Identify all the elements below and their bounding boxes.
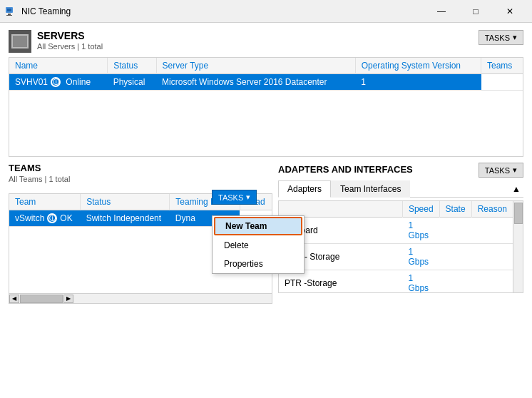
col-state[interactable]: State: [439, 201, 471, 218]
online-indicator: ⓘ: [51, 77, 61, 87]
chevron-down-icon: ▾: [246, 193, 250, 202]
col-speed[interactable]: Speed: [402, 201, 439, 218]
servers-info: SERVERS All Servers | 1 total: [37, 30, 103, 51]
tab-adapters[interactable]: Adapters: [278, 180, 331, 198]
team-name-status: vSwitch ⓘ OK: [15, 213, 73, 223]
scroll-right-button[interactable]: ▶: [63, 295, 73, 303]
minimize-button[interactable]: —: [425, 1, 458, 22]
col-name[interactable]: Name: [9, 58, 108, 74]
teams-panel: TEAMS All Teams | 1 total TASKS ▾ New Te…: [9, 163, 272, 320]
table-row[interactable]: PTR -Storage 1 Gbps: [279, 270, 513, 294]
cell-reason: [471, 270, 513, 294]
sort-indicator: ▲: [512, 180, 523, 197]
servers-icon: [9, 30, 31, 53]
servers-section-header: SERVERS All Servers | 1 total TASKS ▾: [9, 30, 523, 53]
cell-teaming-mode: Switch Independent: [81, 210, 170, 227]
svg-rect-1: [7, 9, 11, 11]
adapters-table-wrapper: Speed State Reason Onboard 1 Gbps: [278, 200, 523, 293]
tasks-dropdown-menu: New Team Delete Properties: [212, 215, 305, 274]
cell-state: [439, 218, 471, 244]
maximize-button[interactable]: □: [459, 1, 492, 22]
window-title: NIC Teaming: [21, 6, 425, 16]
main-content: SERVERS All Servers | 1 total TASKS ▾ Na…: [0, 23, 532, 398]
adapters-table-header: Speed State Reason: [279, 201, 513, 218]
cell-reason: [471, 244, 513, 270]
cell-os-version: Microsoft Windows Server 2016 Datacenter: [156, 74, 355, 91]
adapters-table: Speed State Reason Onboard 1 Gbps: [279, 201, 513, 293]
teams-tasks-button[interactable]: TASKS ▾: [212, 190, 257, 205]
title-bar: NIC Teaming — □ ✕: [0, 0, 532, 23]
cell-state: [439, 270, 471, 294]
scroll-thumb[interactable]: [514, 203, 523, 224]
col-teams[interactable]: Teams: [481, 58, 523, 74]
cell-name: SVHV01 ⓘ Online: [9, 74, 108, 91]
cell-team: vSwitch ⓘ OK: [9, 210, 81, 227]
col-server-type[interactable]: Server Type: [156, 58, 355, 74]
cell-reason: [471, 218, 513, 244]
properties-menu-item[interactable]: Properties: [213, 255, 304, 273]
teams-heading: TEAMS: [9, 163, 70, 173]
col-status[interactable]: Status: [108, 58, 156, 74]
server-name-status: SVHV01 ⓘ Online: [15, 77, 91, 87]
cell-speed: 1 Gbps: [402, 218, 439, 244]
servers-subheading: All Servers | 1 total: [37, 42, 103, 51]
adapters-vertical-scrollbar[interactable]: [513, 201, 523, 292]
adapters-tasks-button[interactable]: TASKS ▾: [479, 163, 523, 178]
teams-tasks-area: TASKS ▾ New Team Delete Properties: [212, 190, 257, 205]
table-row[interactable]: PBR - Storage 1 Gbps: [279, 244, 513, 270]
servers-tasks-button[interactable]: TASKS ▾: [479, 30, 523, 45]
servers-table: Name Status Server Type Operating System…: [9, 58, 523, 91]
scroll-left-button[interactable]: ◀: [9, 295, 19, 303]
scroll-thumb[interactable]: [20, 295, 63, 303]
new-team-menu-item[interactable]: New Team: [214, 217, 302, 235]
servers-heading: SERVERS: [37, 30, 103, 42]
teams-info: TEAMS All Teams | 1 total: [9, 163, 70, 186]
servers-table-header: Name Status Server Type Operating System…: [9, 58, 523, 74]
teams-subheading: All Teams | 1 total: [9, 175, 70, 183]
chevron-down-icon: ▾: [513, 165, 517, 175]
tab-team-interfaces[interactable]: Team Interfaces: [331, 180, 410, 198]
teams-horizontal-scrollbar[interactable]: ◀ ▶: [9, 293, 272, 303]
adapters-panel-header: ADAPTERS AND INTERFACES TASKS ▾: [278, 163, 523, 178]
table-row[interactable]: Onboard 1 Gbps: [279, 218, 513, 244]
col-team[interactable]: Team: [9, 194, 81, 210]
delete-menu-item[interactable]: Delete: [213, 236, 304, 255]
cell-server-type: Physical: [108, 74, 156, 91]
servers-table-wrapper: Name Status Server Type Operating System…: [9, 57, 523, 157]
adapters-heading: ADAPTERS AND INTERFACES: [278, 164, 413, 175]
app-icon: [6, 6, 17, 17]
adapters-panel: ADAPTERS AND INTERFACES TASKS ▾ Adapters…: [278, 163, 523, 320]
close-button[interactable]: ✕: [493, 1, 526, 22]
cell-speed: 1 Gbps: [402, 270, 439, 294]
window-controls: — □ ✕: [425, 1, 526, 22]
ok-indicator: ⓘ: [47, 213, 57, 223]
chevron-down-icon: ▾: [513, 33, 517, 42]
cell-speed: 1 Gbps: [402, 244, 439, 270]
cell-state: [439, 244, 471, 270]
col-team-status[interactable]: Status: [81, 194, 170, 210]
svg-rect-2: [8, 14, 11, 15]
svg-rect-3: [6, 15, 12, 16]
table-row[interactable]: SVHV01 ⓘ Online Physical Microsoft Windo…: [9, 74, 523, 91]
cell-teams: 1: [355, 74, 481, 91]
col-os-version[interactable]: Operating System Version: [355, 58, 481, 74]
adapters-tabs: Adapters Team Interfaces ▲: [278, 180, 523, 198]
teams-panel-header: TEAMS All Teams | 1 total: [9, 163, 272, 186]
bottom-panels: TEAMS All Teams | 1 total TASKS ▾ New Te…: [9, 163, 523, 320]
col-reason[interactable]: Reason: [471, 201, 513, 218]
